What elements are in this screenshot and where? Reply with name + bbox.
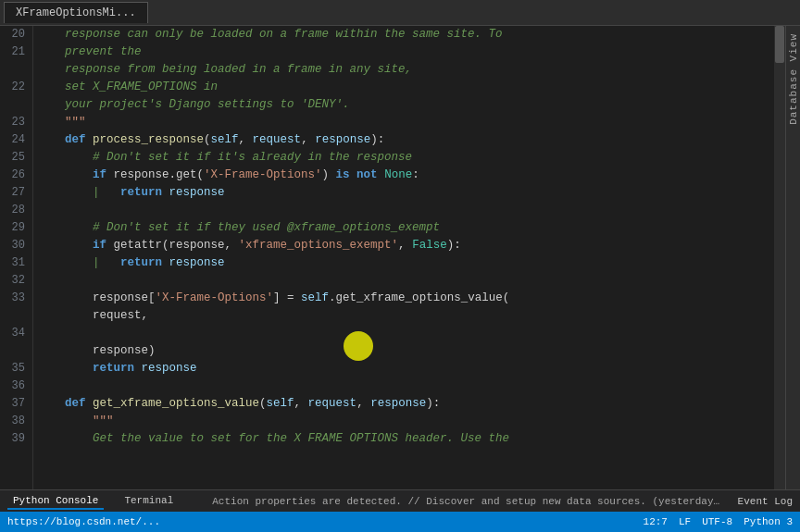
- terminal-tab[interactable]: Terminal: [119, 493, 179, 510]
- code-line: | return response: [37, 184, 770, 202]
- code-line: [37, 272, 770, 290]
- code-line: response): [37, 342, 770, 360]
- line-number: [4, 307, 25, 325]
- line-number: 33: [4, 290, 25, 307]
- code-line: response can only be loaded on a frame w…: [37, 26, 770, 43]
- tab-bar: XFrameOptionsMi...: [0, 0, 800, 26]
- language: Python 3: [744, 516, 793, 527]
- line-number: 32: [4, 272, 25, 290]
- code-line: [37, 377, 770, 395]
- line-number: [4, 96, 25, 114]
- code-line: # Don't set it if they used @xframe_opti…: [37, 219, 770, 237]
- code-line: return response: [37, 360, 770, 377]
- line-number: 36: [4, 377, 25, 395]
- editor-container: 2021222324252627282930313233343536373839…: [0, 26, 800, 489]
- line-number: 39: [4, 430, 25, 448]
- url-text: https://blog.csdn.net/...: [7, 516, 160, 527]
- file-tab[interactable]: XFrameOptionsMi...: [4, 2, 148, 23]
- sidebar-right: Database View: [785, 26, 800, 489]
- line-number: 20: [4, 26, 25, 43]
- code-line: def get_xframe_options_value(self, reque…: [37, 395, 770, 413]
- cursor-position: 12:7: [644, 516, 668, 527]
- line-number: 26: [4, 167, 25, 184]
- encoding: UTF-8: [702, 516, 732, 527]
- status-bar: https://blog.csdn.net/... 12:7 LF UTF-8 …: [0, 512, 800, 532]
- code-area: 2021222324252627282930313233343536373839…: [0, 26, 774, 489]
- bottom-message: Action properties are detected. // Disco…: [194, 496, 722, 507]
- code-line: """: [37, 114, 770, 131]
- code-line: """: [37, 413, 770, 430]
- bottom-panel: Python Console Terminal Action propertie…: [0, 489, 800, 512]
- line-number: 37: [4, 395, 25, 413]
- line-number: 34: [4, 325, 25, 342]
- database-view-label: Database View: [788, 33, 799, 125]
- status-right: 12:7 LF UTF-8 Python 3: [644, 516, 793, 527]
- line-number: 30: [4, 237, 25, 254]
- code-line: | return response: [37, 254, 770, 272]
- code-line: your project's Django settings to 'DENY'…: [37, 96, 770, 114]
- code-line: response['X-Frame-Options'] = self.get_x…: [37, 290, 770, 307]
- python-console-tab[interactable]: Python Console: [7, 493, 104, 510]
- line-number: 23: [4, 114, 25, 131]
- event-log-label[interactable]: Event Log: [738, 496, 793, 507]
- code-lines[interactable]: response can only be loaded on a frame w…: [33, 26, 774, 489]
- line-number: 27: [4, 184, 25, 202]
- line-number: 21: [4, 43, 25, 61]
- code-line: set X_FRAME_OPTIONS in: [37, 79, 770, 96]
- line-number: 28: [4, 202, 25, 219]
- line-number: 22: [4, 79, 25, 96]
- code-line: prevent the: [37, 43, 770, 61]
- code-line: response from being loaded in a frame in…: [37, 61, 770, 79]
- line-number: 29: [4, 219, 25, 237]
- code-line: if getattr(response, 'xframe_options_exe…: [37, 237, 770, 254]
- line-numbers: 2021222324252627282930313233343536373839: [0, 26, 33, 489]
- code-line: request,: [37, 307, 770, 325]
- code-line: if response.get('X-Frame-Options') is no…: [37, 167, 770, 184]
- code-line: [37, 325, 770, 342]
- line-number: 24: [4, 131, 25, 149]
- line-number: 31: [4, 254, 25, 272]
- scroll-thumb[interactable]: [775, 26, 784, 63]
- status-left: https://blog.csdn.net/...: [7, 516, 160, 527]
- line-number: 25: [4, 149, 25, 167]
- line-number: 38: [4, 413, 25, 430]
- line-number: [4, 342, 25, 360]
- scrollbar[interactable]: [774, 26, 785, 489]
- line-number: [4, 61, 25, 79]
- line-number: 35: [4, 360, 25, 377]
- bottom-right-panel: Event Log: [738, 496, 793, 507]
- line-endings: LF: [679, 516, 691, 527]
- code-line: def process_response(self, request, resp…: [37, 131, 770, 149]
- code-line: # Don't set it if it's already in the re…: [37, 149, 770, 167]
- code-line: Get the value to set for the X FRAME OPT…: [37, 430, 770, 448]
- code-line: [37, 202, 770, 219]
